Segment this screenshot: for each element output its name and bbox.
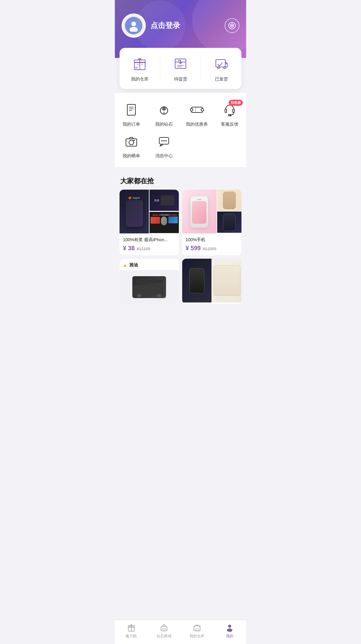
svg-point-1: [130, 27, 138, 32]
shipped-icon: [212, 55, 230, 73]
yadi-brand-label: 雅迪: [129, 262, 138, 268]
svg-point-34: [163, 140, 165, 141]
settings-button[interactable]: [225, 18, 239, 33]
svg-point-30: [129, 140, 134, 145]
quick-shipped[interactable]: 已发货: [201, 55, 241, 82]
svg-point-23: [190, 108, 193, 111]
product-card-1[interactable]: 🍎 Apple DJI ROG: [120, 190, 179, 255]
product-2-main-image: [182, 190, 217, 233]
product-card-phones[interactable]: [182, 259, 241, 304]
product-grid: 🍎 Apple DJI ROG: [115, 190, 246, 309]
menu-message[interactable]: 消息中心: [148, 133, 181, 159]
menu-diamond-label: 我的钻石: [155, 121, 173, 127]
svg-point-13: [218, 67, 220, 69]
svg-rect-12: [216, 60, 225, 67]
svg-rect-9: [139, 67, 140, 69]
user-profile-area[interactable]: 点击登录: [122, 13, 180, 38]
menu-showoff-label: 我的晒单: [123, 153, 140, 159]
avatar[interactable]: [122, 13, 146, 38]
service-badge: 找客服: [229, 100, 243, 106]
svg-point-33: [161, 140, 163, 141]
menu-section: 我的订单 ¥ 我的钻石: [115, 93, 246, 167]
product-2-sub-image-1: [217, 190, 242, 211]
quick-warehouse-label: 我的仓库: [131, 76, 149, 82]
product-2-original-price: ¥11999: [203, 247, 216, 251]
product-1-main-image: 🍎 Apple: [120, 190, 149, 233]
camera-icon: [123, 133, 140, 150]
menu-showoff[interactable]: 我的晒单: [115, 133, 148, 159]
gift-icon: [131, 55, 149, 73]
product-2-price: ¥ 599: [186, 245, 201, 252]
product-1-sub-image-1: DJI: [150, 190, 179, 211]
product-card-yadi[interactable]: ▲ 雅迪: [120, 259, 179, 304]
menu-coupon-label: 我的优惠券: [186, 121, 208, 127]
svg-rect-27: [233, 109, 234, 112]
svg-point-24: [201, 108, 204, 111]
menu-message-label: 消息中心: [155, 153, 173, 159]
quick-shipped-label: 已发货: [215, 76, 228, 82]
box-arrow-icon: [171, 55, 190, 73]
product-2-sub-image-2: [217, 212, 242, 233]
product-1-title: 100%有奖 最高iPhon...: [123, 237, 175, 243]
product-card-2[interactable]: 100%手机 ¥ 599 ¥11999: [182, 190, 241, 255]
svg-point-2: [231, 25, 233, 27]
phones-product-images: [182, 259, 241, 302]
order-icon: [123, 101, 140, 119]
quick-pending[interactable]: 待提货: [160, 55, 201, 82]
yadi-product-image: [120, 270, 179, 304]
menu-orders[interactable]: 我的订单: [115, 101, 148, 127]
hot-section-title: 大家都在抢: [115, 171, 246, 190]
menu-diamond[interactable]: ¥ 我的钻石: [148, 101, 181, 127]
chat-icon: [155, 133, 173, 150]
svg-point-14: [224, 67, 226, 69]
product-1-original-price: ¥11199: [137, 247, 150, 251]
menu-orders-label: 我的订单: [123, 121, 140, 127]
svg-text:¥: ¥: [163, 111, 165, 115]
login-text[interactable]: 点击登录: [151, 21, 180, 31]
svg-point-31: [133, 140, 135, 141]
quick-actions-card: 我的仓库 待提货: [120, 48, 241, 89]
product-1-price: ¥ 38: [123, 245, 135, 252]
quick-warehouse[interactable]: 我的仓库: [120, 55, 160, 82]
coupon-icon: [188, 101, 206, 119]
svg-point-0: [131, 22, 136, 26]
svg-rect-26: [225, 109, 227, 112]
menu-service[interactable]: 找客服 客服反馈: [214, 101, 247, 127]
quick-pending-label: 待提货: [174, 76, 187, 82]
svg-point-35: [165, 140, 167, 141]
menu-service-label: 客服反馈: [221, 121, 238, 127]
product-2-title: 100%手机: [186, 237, 238, 243]
menu-coupon[interactable]: 我的优惠券: [180, 101, 214, 127]
svg-rect-15: [127, 104, 135, 115]
product-1-sub-image-2: ROG LONGINES HUAWEI: [150, 212, 179, 233]
diamond-icon: ¥: [155, 101, 173, 119]
svg-rect-8: [135, 67, 138, 69]
yadi-brand-icon: ▲: [123, 263, 127, 268]
